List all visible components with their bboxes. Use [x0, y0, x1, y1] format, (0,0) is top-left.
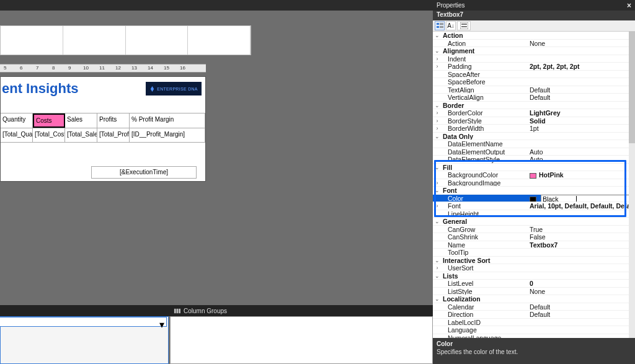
prop-listlevel[interactable]: ListLevel — [442, 280, 527, 287]
cell-margin[interactable]: [ID__Profit_Margin] — [130, 128, 205, 142]
val-cangrow[interactable]: True — [527, 226, 635, 233]
properties-scrollbar[interactable] — [629, 32, 635, 338]
expand-icon[interactable]: › — [433, 179, 442, 187]
report-body[interactable]: ent Insights ENTERPRISE DNA Quantity Cos… — [0, 76, 206, 182]
val-spacebefore[interactable] — [527, 78, 635, 86]
group-fill[interactable]: Fill — [442, 164, 527, 171]
prop-color-row-selected[interactable]: Color Black ⌄ — [433, 195, 635, 203]
group-dataonly[interactable]: Data Only — [442, 133, 527, 140]
blank-cell[interactable] — [188, 26, 251, 55]
val-language[interactable] — [527, 326, 635, 334]
color-input-text[interactable]: Black — [543, 195, 559, 202]
execution-time-box[interactable]: [&ExecutionTime] — [91, 166, 197, 179]
prop-dataelementstyle[interactable]: DataElementStyle — [442, 156, 527, 163]
group-border[interactable]: Border — [442, 102, 527, 109]
column-groups-bar[interactable]: Column Groups — [0, 305, 433, 316]
prop-usersort[interactable]: UserSort — [442, 264, 527, 272]
cell-sales[interactable]: [Total_Sales] — [65, 128, 97, 142]
prop-direction[interactable]: Direction — [442, 311, 527, 318]
prop-cangrow[interactable]: CanGrow — [442, 226, 527, 233]
categorized-button[interactable] — [435, 21, 445, 30]
group-dropdown[interactable]: ▾ — [0, 317, 167, 327]
expand-icon[interactable]: › — [433, 109, 442, 117]
prop-action[interactable]: Action — [442, 40, 527, 47]
group-localization[interactable]: Localization — [442, 295, 527, 303]
group-general[interactable]: General — [442, 218, 527, 225]
val-canshrink[interactable]: False — [527, 233, 635, 241]
val-textalign[interactable]: Default — [527, 86, 635, 94]
val-direction[interactable]: Default — [527, 311, 635, 318]
expand-icon[interactable]: › — [433, 55, 442, 63]
alphabetical-button[interactable]: A↓ — [446, 21, 456, 30]
prop-lineheight[interactable]: LineHeight — [442, 210, 527, 218]
prop-name[interactable]: Name — [442, 241, 527, 249]
cell-quantity[interactable]: [Total_Quantity] — [1, 128, 33, 142]
group-interactivesort[interactable]: Interactive Sort — [442, 257, 527, 264]
prop-verticalalign[interactable]: VerticalAlign — [442, 94, 527, 101]
expand-icon[interactable]: ⌄ — [433, 102, 442, 109]
prop-language[interactable]: Language — [442, 326, 527, 334]
col-header-profits[interactable]: Profits — [97, 113, 130, 128]
group-alignment[interactable]: Alignment — [442, 47, 527, 55]
val-lineheight[interactable] — [527, 210, 635, 218]
expand-icon[interactable]: ⌄ — [433, 47, 442, 55]
group-lists[interactable]: Lists — [442, 272, 527, 280]
blank-cell[interactable] — [63, 26, 126, 55]
expand-icon[interactable]: › — [433, 264, 442, 272]
close-icon[interactable]: × — [627, 1, 631, 10]
val-action[interactable]: None — [527, 40, 635, 47]
expand-icon[interactable]: ⌄ — [433, 187, 442, 194]
prop-spacebefore[interactable]: SpaceBefore — [442, 78, 527, 86]
val-calendar[interactable]: Default — [527, 303, 635, 311]
prop-tooltip[interactable]: ToolTip — [442, 249, 527, 256]
val-dataelementoutput[interactable]: Auto — [527, 148, 635, 156]
val-bordercolor[interactable]: LightGrey — [527, 109, 635, 117]
prop-canshrink[interactable]: CanShrink — [442, 233, 527, 241]
val-usersort[interactable] — [527, 264, 635, 272]
expand-icon[interactable]: › — [433, 202, 442, 210]
val-labellocid[interactable] — [527, 319, 635, 326]
prop-dataelementoutput[interactable]: DataElementOutput — [442, 148, 527, 156]
val-liststyle[interactable]: None — [527, 288, 635, 295]
cell-profits[interactable]: [Total_Profits] — [97, 128, 130, 142]
prop-font[interactable]: Font — [442, 202, 527, 210]
prop-bordercolor[interactable]: BorderColor — [442, 109, 527, 117]
val-dataelementname[interactable] — [527, 140, 635, 148]
expand-icon[interactable]: ⌄ — [433, 272, 442, 280]
expand-icon[interactable]: ⌄ — [433, 32, 442, 39]
val-name[interactable]: Textbox7 — [527, 241, 635, 249]
prop-color[interactable]: Color — [442, 195, 527, 202]
prop-borderstyle[interactable]: BorderStyle — [442, 117, 527, 125]
val-backgroundimage[interactable] — [527, 179, 635, 187]
col-header-sales[interactable]: Sales — [65, 113, 97, 128]
val-padding[interactable]: 2pt, 2pt, 2pt, 2pt — [527, 63, 635, 70]
expand-icon[interactable]: ⌄ — [433, 295, 442, 303]
expand-icon[interactable]: ⌄ — [433, 257, 442, 264]
blank-cell[interactable] — [126, 26, 189, 55]
expand-icon[interactable]: › — [433, 125, 442, 132]
val-backgroundcolor[interactable]: HotPink — [527, 171, 635, 179]
blank-cell[interactable] — [1, 26, 63, 55]
prop-calendar[interactable]: Calendar — [442, 303, 527, 311]
column-groups-panel[interactable] — [170, 316, 433, 364]
expand-icon[interactable]: ⌄ — [433, 218, 442, 225]
prop-textalign[interactable]: TextAlign — [442, 86, 527, 94]
col-header-costs-selected[interactable]: Costs — [33, 113, 65, 128]
scrollbar-thumb[interactable] — [629, 32, 635, 143]
group-font[interactable]: Font — [442, 187, 527, 194]
expand-icon[interactable]: › — [433, 63, 442, 70]
val-listlevel[interactable]: 0 — [527, 280, 635, 287]
prop-borderwidth[interactable]: BorderWidth — [442, 125, 527, 132]
prop-labellocid[interactable]: LabelLocID — [442, 319, 527, 326]
val-borderwidth[interactable]: 1pt — [527, 125, 635, 132]
prop-dataelementname[interactable]: DataElementName — [442, 140, 527, 148]
cell-costs[interactable]: [Total_Costs] — [33, 128, 65, 142]
val-borderstyle[interactable]: Solid — [527, 117, 635, 125]
expand-icon[interactable]: ⌄ — [433, 164, 442, 171]
prop-backgroundimage[interactable]: BackgroundImage — [442, 179, 527, 187]
col-header-quantity[interactable]: Quantity — [1, 113, 33, 128]
val-verticalalign[interactable]: Default — [527, 94, 635, 101]
group-action[interactable]: Action — [442, 32, 527, 39]
property-pages-button[interactable] — [457, 21, 471, 30]
expand-icon[interactable]: ⌄ — [433, 133, 442, 140]
